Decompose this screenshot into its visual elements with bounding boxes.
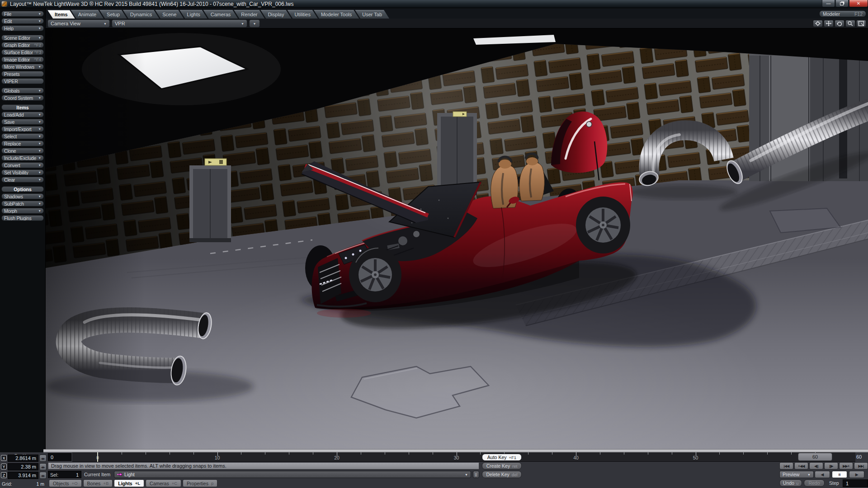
fit-button[interactable] (856, 20, 866, 27)
ruler-tick (409, 452, 409, 455)
sidebar-item-label: Clear (4, 177, 15, 183)
sidebar-item-include-exclude[interactable]: Include/Exclude▼ (1, 155, 44, 161)
minimize-button[interactable]: — (822, 0, 835, 7)
prev-frame-button[interactable]: ◀|| (809, 462, 823, 469)
modeler-button[interactable]: Modeler F12 (819, 10, 866, 17)
sidebar-item-viper[interactable]: VIPER (1, 78, 44, 84)
prev-key-button[interactable]: +◀◀ (794, 462, 808, 469)
sidebar-item-label: Presets (4, 71, 19, 77)
auto-key-button[interactable]: Auto Key+F1 (482, 454, 522, 461)
timeline-ruler[interactable]: 010203040506060 (72, 452, 855, 462)
tab-scene[interactable]: Scene (155, 10, 184, 19)
pause-button[interactable]: II (832, 471, 847, 478)
item-type-objects[interactable]: Objects+O (49, 479, 82, 487)
axis-stepper-x[interactable]: ◀▶ (39, 455, 47, 462)
sidebar-item-edit[interactable]: Edit▼ (1, 18, 44, 24)
sidebar-item-morph[interactable]: Morph▼ (1, 208, 44, 214)
sidebar-item-import-export[interactable]: Import/Export▼ (1, 126, 44, 132)
timeline-range-handle[interactable]: 60 (798, 453, 832, 461)
item-list-button[interactable]: ▯ (473, 471, 479, 478)
tab-cameras[interactable]: Cameras (203, 10, 238, 19)
preview-label: Preview (783, 472, 799, 477)
item-type-properties[interactable]: Propertiesp (183, 479, 217, 487)
tab-utilities[interactable]: Utilities (288, 10, 318, 19)
sidebar-item-replace[interactable]: Replace▼ (1, 141, 44, 146)
sidebar-item-subpatch[interactable]: SubPatch▼ (1, 201, 44, 206)
close-button[interactable]: ✕ (849, 0, 868, 7)
sidebar-item-select[interactable]: Select▼ (1, 133, 44, 139)
sidebar-item-surface-editor[interactable]: Surface Editor^F3 (1, 49, 44, 55)
scene-render[interactable] (46, 28, 868, 449)
zoom-button[interactable] (845, 20, 855, 27)
preview-dropdown[interactable]: Preview ▼ (779, 471, 814, 478)
timeline-end-frame[interactable]: 60 (856, 453, 868, 461)
ruler-label: 40 (569, 455, 583, 460)
next-frame-button[interactable]: ||▶ (824, 462, 838, 469)
play-backward-icon: ◀ (821, 473, 824, 477)
redo-button[interactable]: Redo (804, 479, 825, 487)
sidebar-item-more-windows[interactable]: More Windows▼ (1, 64, 44, 70)
tab-animate[interactable]: Animate (71, 10, 104, 19)
sidebar-item-globals[interactable]: Globals▼ (1, 88, 44, 94)
rotate-button[interactable] (835, 20, 844, 27)
sidebar-item-set-visibility[interactable]: Set Visibility▼ (1, 169, 44, 175)
current-item-dropdown[interactable]: Light ▼ (114, 471, 471, 478)
axis-stepper-y[interactable]: ◀▶ (39, 463, 47, 470)
sidebar-item-save[interactable]: Save▼ (1, 119, 44, 125)
tab-setup[interactable]: Setup (99, 10, 127, 19)
light-item-icon (117, 473, 122, 476)
tab-lights[interactable]: Lights (179, 10, 207, 19)
timeline-scrollbar[interactable] (43, 449, 868, 452)
play-forward-button[interactable]: ▶ (849, 471, 864, 478)
tab-user-tab[interactable]: User Tab (355, 10, 389, 19)
delete-key-button[interactable]: Delete Keydel (482, 471, 522, 478)
tab-render[interactable]: Render (234, 10, 264, 19)
chevron-down-icon: ▼ (465, 473, 468, 476)
sidebar-item-presets[interactable]: Presets (1, 71, 44, 77)
sidebar-item-graph-editor[interactable]: Graph Editor^F2 (1, 42, 44, 48)
sidebar-item-scene-editor[interactable]: Scene Editor▼ (1, 35, 44, 41)
tab-items[interactable]: Items (47, 10, 75, 19)
sidebar-item-coord-system[interactable]: Coord System▼ (1, 95, 44, 101)
viewport-options-dropdown[interactable]: ▼ (249, 19, 260, 28)
sidebar-item-clone[interactable]: Clone▼ (1, 148, 44, 154)
axis-stepper-z[interactable]: ◀▶ (39, 472, 47, 479)
view-mode-dropdown[interactable]: Camera View ▼ (47, 19, 110, 28)
sidebar-item-flush-plugins[interactable]: Flush Plugins (1, 215, 44, 221)
next-key-button[interactable]: ▶▶+ (839, 462, 853, 469)
undo-button[interactable]: Undo u (779, 479, 802, 487)
sidebar-item-clear[interactable]: Clear▼ (1, 177, 44, 183)
item-type-bones[interactable]: Bones+B (83, 479, 113, 487)
step-field[interactable]: 1 (843, 479, 868, 487)
chevron-down-icon: ▼ (38, 127, 41, 131)
tab-dynamics[interactable]: Dynamics (123, 10, 159, 19)
go-first-frame-button[interactable]: |◀◀ (779, 462, 793, 469)
title-bar[interactable]: Layout™ NewTek LightWave 3D ® HC Rev 201… (0, 0, 868, 8)
restore-button[interactable] (835, 0, 849, 7)
move-button[interactable] (813, 20, 823, 27)
tab-display[interactable]: Display (260, 10, 291, 19)
item-type-cameras[interactable]: Cameras+C (146, 479, 181, 487)
item-type-lights[interactable]: Lights+L (114, 479, 144, 487)
go-last-frame-button[interactable]: ▶▶| (854, 462, 868, 469)
axis-value-x[interactable]: 2.8614 m (8, 455, 38, 462)
play-backward-button[interactable]: ◀ (815, 471, 830, 478)
pan-button[interactable] (824, 20, 834, 27)
sidebar-item-help[interactable]: Help▼ (1, 25, 44, 31)
modeler-button-shortcut: F12 (854, 11, 863, 17)
renderer-dropdown[interactable]: VPR ▼ (112, 19, 247, 28)
current-frame-field[interactable]: 0 (48, 453, 71, 461)
create-key-button[interactable]: Create Keyret (482, 462, 522, 469)
chevron-down-icon: ▼ (237, 22, 244, 25)
sidebar-item-convert[interactable]: Convert▼ (1, 162, 44, 168)
sidebar-item-load-add[interactable]: Load/Add▼ (1, 112, 44, 117)
sidebar-item-file[interactable]: File▼ (1, 11, 44, 17)
axis-value-z[interactable]: 3.914 m (8, 472, 38, 479)
axis-value-y[interactable]: 2.38 m (8, 463, 38, 470)
ruler-tick (648, 452, 648, 455)
sidebar-item-shadows[interactable]: Shadows▼ (1, 193, 44, 199)
grid-value: 1 m (36, 481, 44, 487)
tab-modeler-tools[interactable]: Modeler Tools (314, 10, 359, 19)
viewport-3d[interactable] (46, 28, 868, 449)
sidebar-item-image-editor[interactable]: Image Editor^F4 (1, 56, 44, 62)
